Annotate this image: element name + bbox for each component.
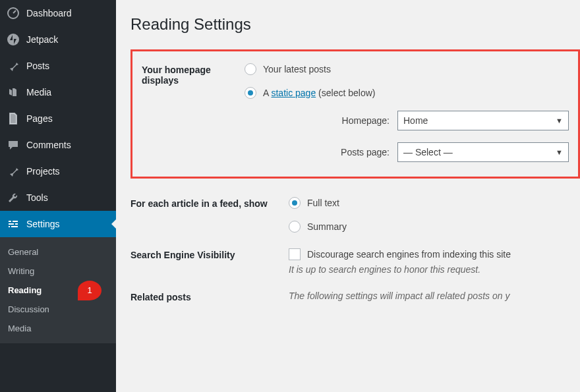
sidebar-item-label: Pages [26, 113, 53, 124]
submenu-item-writing[interactable]: Writing [0, 262, 116, 281]
related-row-label: Related posts [130, 291, 289, 302]
sidebar-item-settings[interactable]: Settings [0, 211, 116, 237]
main-content: Reading Settings Your homepage displays … [116, 0, 580, 392]
radio-latest-posts[interactable] [245, 63, 256, 75]
chevron-down-icon: ▼ [556, 148, 563, 156]
admin-sidebar: Dashboard Jetpack Posts Media Pages Comm… [0, 0, 116, 392]
highlight-box: Your homepage displays Your latest posts… [130, 49, 580, 179]
homepage-row-label: Your homepage displays [142, 63, 245, 86]
sidebar-item-comments[interactable]: Comments [0, 132, 116, 158]
radio-summary[interactable] [289, 221, 301, 233]
dashboard-icon [7, 7, 20, 20]
radio-label: Summary [307, 221, 347, 232]
pin-icon [7, 59, 20, 72]
sidebar-item-label: Projects [26, 166, 60, 177]
sidebar-item-label: Settings [26, 219, 60, 229]
page-icon [7, 112, 20, 125]
sev-checkbox[interactable] [289, 248, 301, 260]
related-help-text: The following settings will impact all r… [289, 291, 580, 301]
radio-full-text[interactable] [289, 197, 301, 209]
pin-icon [7, 165, 20, 178]
sidebar-item-jetpack[interactable]: Jetpack [0, 26, 116, 53]
sidebar-item-label: Jetpack [26, 34, 58, 45]
select-value: Home [403, 115, 428, 126]
posts-page-select-label: Posts page: [258, 147, 390, 157]
media-icon [7, 86, 20, 99]
submenu-item-general[interactable]: General [0, 242, 116, 262]
static-page-link[interactable]: static page [271, 88, 316, 98]
posts-page-select[interactable]: — Select — ▼ [397, 142, 569, 162]
submenu-item-media[interactable]: Media [0, 319, 116, 338]
feed-row-label: For each article in a feed, show [130, 197, 289, 209]
submenu-item-label: Reading [8, 285, 42, 295]
sliders-icon [7, 217, 20, 231]
sidebar-item-tools[interactable]: Tools [0, 184, 116, 211]
sidebar-item-media[interactable]: Media [0, 79, 116, 105]
sidebar-item-dashboard[interactable]: Dashboard [0, 0, 116, 26]
sidebar-item-label: Dashboard [26, 8, 72, 18]
submenu-item-discussion[interactable]: Discussion [0, 300, 116, 319]
homepage-select[interactable]: Home ▼ [397, 111, 569, 130]
sidebar-item-label: Media [26, 87, 51, 98]
sev-help-text: It is up to search engines to honor this… [289, 264, 580, 275]
radio-label: Your latest posts [263, 64, 331, 74]
sidebar-item-label: Tools [26, 192, 48, 203]
homepage-select-label: Homepage: [258, 115, 390, 126]
sidebar-item-posts[interactable]: Posts [0, 53, 116, 79]
sidebar-item-pages[interactable]: Pages [0, 105, 116, 132]
radio-static-page[interactable] [245, 87, 256, 99]
svg-point-1 [7, 34, 19, 45]
settings-submenu: General Writing Reading 1 Discussion Med… [0, 237, 116, 343]
radio-label: Full text [307, 198, 339, 208]
sev-row-label: Search Engine Visibility [130, 248, 289, 260]
sidebar-item-label: Posts [26, 61, 49, 71]
checkbox-label: Discourage search engines from indexing … [307, 249, 511, 260]
wrench-icon [7, 191, 20, 204]
annotation-badge: 1 [78, 281, 102, 300]
radio-label: A static page (select below) [263, 88, 375, 98]
chevron-down-icon: ▼ [556, 117, 563, 125]
page-title: Reading Settings [130, 15, 580, 34]
sidebar-item-label: Comments [26, 140, 71, 150]
select-value: — Select — [403, 147, 453, 157]
jetpack-icon [7, 33, 20, 46]
comment-icon [7, 138, 20, 152]
submenu-item-reading[interactable]: Reading 1 [0, 281, 116, 300]
sidebar-item-projects[interactable]: Projects [0, 158, 116, 184]
